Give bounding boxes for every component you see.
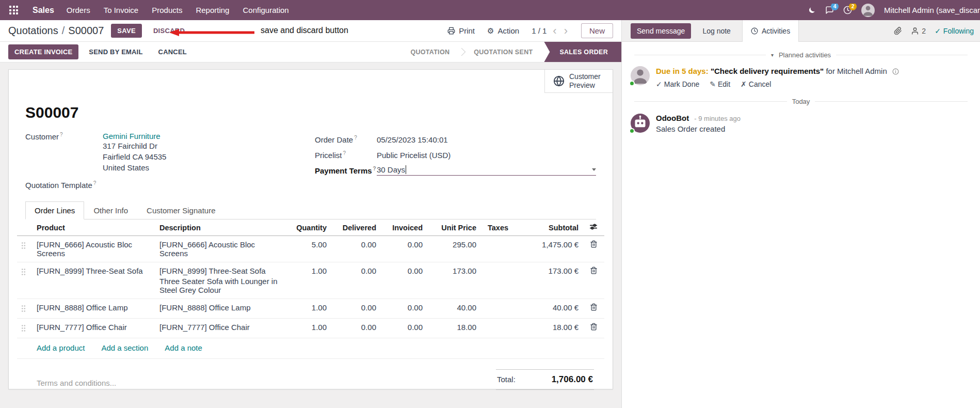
state-sales-order[interactable]: SALES ORDER bbox=[544, 42, 621, 62]
messages-icon[interactable]: 4 bbox=[825, 6, 834, 14]
drag-handle-icon[interactable] bbox=[17, 299, 33, 319]
payment-terms-field[interactable]: 30 Days bbox=[377, 165, 596, 176]
log-note-button[interactable]: Log note bbox=[699, 23, 734, 39]
add-product-link[interactable]: Add a product bbox=[37, 343, 85, 352]
action-button[interactable]: ⚙ Action bbox=[487, 26, 519, 36]
total-label: Total: bbox=[497, 375, 516, 384]
user-avatar[interactable] bbox=[861, 4, 875, 17]
dropdown-caret-icon[interactable] bbox=[592, 168, 596, 171]
state-quotation-sent[interactable]: QUOTATION SENT bbox=[462, 42, 544, 62]
cell-quantity[interactable]: 1.00 bbox=[283, 299, 331, 319]
tab-customer-signature[interactable]: Customer Signature bbox=[137, 201, 224, 219]
cell-invoiced[interactable]: 0.00 bbox=[380, 262, 427, 299]
app-name[interactable]: Sales bbox=[33, 6, 54, 15]
planned-activities-header[interactable]: ▾ Planned activities bbox=[634, 51, 968, 59]
cell-description[interactable]: [FURN_7777] Office Chair bbox=[155, 319, 283, 338]
delete-line-icon[interactable] bbox=[583, 319, 604, 338]
user-menu[interactable]: Mitchell Admin (save_discar bbox=[884, 6, 980, 14]
drag-handle-icon[interactable] bbox=[17, 236, 33, 262]
cell-subtotal[interactable]: 173.00 € bbox=[518, 262, 583, 299]
cell-delivered[interactable]: 0.00 bbox=[331, 236, 380, 262]
form-content-area: Customer Preview S00007 Customer? Gemini… bbox=[0, 62, 621, 408]
activities-tab[interactable]: Activities bbox=[742, 20, 799, 42]
cell-taxes[interactable] bbox=[480, 236, 518, 262]
cell-taxes[interactable] bbox=[480, 299, 518, 319]
tab-order-lines[interactable]: Order Lines bbox=[25, 201, 84, 219]
add-section-link[interactable]: Add a section bbox=[101, 343, 148, 352]
cell-product[interactable]: [FURN_6666] Acoustic Bloc Screens bbox=[33, 236, 155, 262]
pricelist-row: Pricelist? Public Pricelist (USD) bbox=[315, 147, 596, 163]
cell-subtotal[interactable]: 18.00 € bbox=[518, 319, 583, 338]
cell-taxes[interactable] bbox=[480, 319, 518, 338]
control-panel-actions: Print ⚙ Action 1 / 1 ‹ › New bbox=[447, 23, 613, 38]
apps-menu-icon[interactable] bbox=[7, 4, 20, 17]
tab-other-info[interactable]: Other Info bbox=[84, 201, 137, 219]
cell-unit-price[interactable]: 40.00 bbox=[427, 299, 480, 319]
menu-reporting[interactable]: Reporting bbox=[196, 6, 229, 14]
send-by-email-button[interactable]: SEND BY EMAIL bbox=[84, 44, 148, 59]
cell-quantity[interactable]: 1.00 bbox=[283, 262, 331, 299]
pricelist-field[interactable]: Public Pricelist (USD) bbox=[377, 151, 596, 160]
cell-delivered[interactable]: 0.00 bbox=[331, 262, 380, 299]
print-button[interactable]: Print bbox=[447, 26, 475, 35]
delete-line-icon[interactable] bbox=[583, 236, 604, 262]
menu-orders[interactable]: Orders bbox=[67, 6, 90, 14]
send-message-button[interactable]: Send message bbox=[631, 23, 691, 39]
followers-button[interactable]: 2 bbox=[911, 27, 926, 35]
terms-placeholder[interactable]: Terms and conditions... bbox=[37, 379, 116, 387]
statusbar: CREATE INVOICE SEND BY EMAIL CANCEL QUOT… bbox=[0, 42, 621, 62]
quotation-template-field[interactable] bbox=[103, 180, 315, 190]
order-date-field[interactable]: 05/25/2023 15:40:01 bbox=[377, 135, 596, 144]
new-button[interactable]: New bbox=[581, 23, 613, 38]
mark-done-button[interactable]: ✓Mark Done bbox=[656, 80, 699, 88]
menu-products[interactable]: Products bbox=[152, 6, 182, 14]
cell-quantity[interactable]: 1.00 bbox=[283, 319, 331, 338]
customer-name-link[interactable]: Gemini Furniture bbox=[103, 132, 160, 140]
cell-unit-price[interactable]: 18.00 bbox=[427, 319, 480, 338]
cell-invoiced[interactable]: 0.00 bbox=[380, 236, 427, 262]
cell-invoiced[interactable]: 0.00 bbox=[380, 319, 427, 338]
cell-quantity[interactable]: 5.00 bbox=[283, 236, 331, 262]
pager-previous-icon[interactable]: ‹ bbox=[552, 25, 557, 37]
cell-taxes[interactable] bbox=[480, 262, 518, 299]
edit-activity-button[interactable]: ✎Edit bbox=[710, 80, 730, 88]
following-button[interactable]: ✓ Following bbox=[935, 27, 974, 35]
customer-preview-button[interactable]: Customer Preview bbox=[544, 70, 613, 93]
menu-to-invoice[interactable]: To Invoice bbox=[104, 6, 139, 14]
drag-handle-icon[interactable] bbox=[17, 262, 33, 299]
cell-delivered[interactable]: 0.00 bbox=[331, 319, 380, 338]
cell-product[interactable]: [FURN_8999] Three-Seat Sofa bbox=[33, 262, 155, 299]
cancel-button[interactable]: CANCEL bbox=[153, 44, 192, 59]
pager-next-icon[interactable]: › bbox=[563, 25, 569, 37]
drag-handle-icon[interactable] bbox=[17, 319, 33, 338]
cell-product[interactable]: [FURN_8888] Office Lamp bbox=[33, 299, 155, 319]
cell-invoiced[interactable]: 0.00 bbox=[380, 299, 427, 319]
cell-subtotal[interactable]: 1,475.00 € bbox=[518, 236, 583, 262]
cancel-activity-button[interactable]: ✗Cancel bbox=[741, 80, 771, 88]
state-quotation[interactable]: QUOTATION bbox=[399, 42, 461, 62]
cell-description[interactable]: [FURN_8888] Office Lamp bbox=[155, 299, 283, 319]
cell-description[interactable]: [FURN_6666] Acoustic Bloc Screens bbox=[155, 236, 283, 262]
attachments-paperclip-icon[interactable] bbox=[894, 27, 902, 35]
cell-delivered[interactable]: 0.00 bbox=[331, 299, 380, 319]
dark-mode-moon-icon[interactable] bbox=[808, 6, 816, 14]
optional-columns-icon[interactable] bbox=[590, 224, 597, 232]
create-invoice-button[interactable]: CREATE INVOICE bbox=[8, 44, 78, 59]
cell-product[interactable]: [FURN_7777] Office Chair bbox=[33, 319, 155, 338]
delete-line-icon[interactable] bbox=[583, 299, 604, 319]
cell-unit-price[interactable]: 173.00 bbox=[427, 262, 480, 299]
today-label: Today bbox=[792, 98, 810, 105]
followers-person-icon bbox=[911, 27, 919, 35]
today-divider: Today bbox=[634, 98, 968, 105]
cell-unit-price[interactable]: 295.00 bbox=[427, 236, 480, 262]
delete-line-icon[interactable] bbox=[583, 262, 604, 299]
breadcrumb-quotations[interactable]: Quotations bbox=[8, 25, 58, 37]
activities-clock-icon[interactable]: 2 bbox=[843, 6, 852, 14]
add-note-link[interactable]: Add a note bbox=[165, 343, 202, 352]
info-icon[interactable] bbox=[892, 68, 899, 76]
cell-subtotal[interactable]: 40.00 € bbox=[518, 299, 583, 319]
cell-description[interactable]: [FURN_8999] Three-Seat Sofa Three Seater… bbox=[155, 262, 283, 299]
message-author[interactable]: OdooBot bbox=[656, 114, 689, 122]
save-button[interactable]: SAVE bbox=[111, 24, 142, 38]
menu-configuration[interactable]: Configuration bbox=[243, 6, 288, 14]
